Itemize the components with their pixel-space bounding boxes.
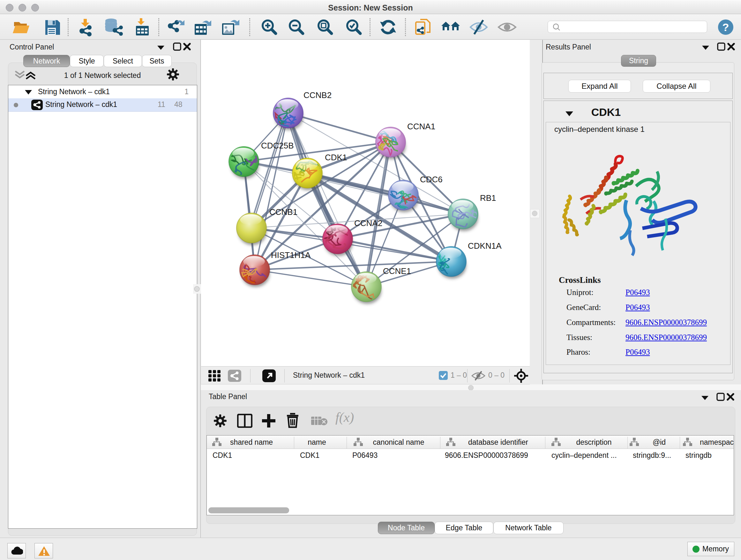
svg-text:CCNE1: CCNE1 [383,266,411,276]
svg-text:CDKN1A: CDKN1A [468,241,502,251]
svg-text:HIST1H1A: HIST1H1A [271,250,311,260]
svg-text:CDK1: CDK1 [325,152,347,162]
svg-text:CCNA1: CCNA1 [407,122,435,131]
svg-text:CDC25B: CDC25B [261,141,294,150]
svg-text:CCNA2: CCNA2 [354,219,382,228]
svg-text:CCNB1: CCNB1 [269,207,297,217]
svg-text:?: ? [723,21,729,33]
svg-text:RB1: RB1 [480,193,496,203]
svg-text:CCNB2: CCNB2 [304,90,332,100]
svg-text:CDC6: CDC6 [420,175,443,184]
